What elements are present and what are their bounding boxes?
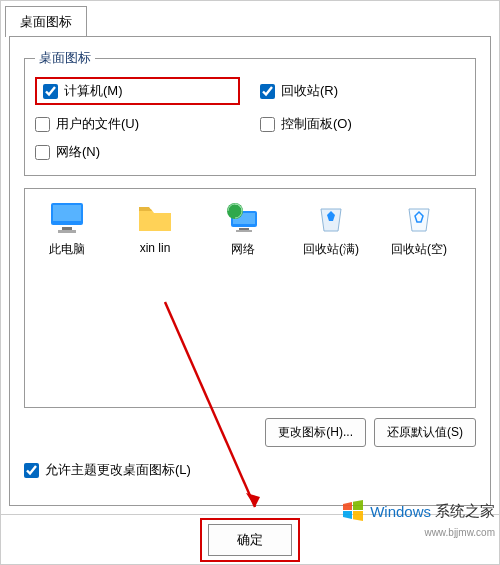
svg-point-8	[227, 203, 243, 219]
windows-logo-icon	[340, 498, 366, 524]
checkbox-network[interactable]	[35, 145, 50, 160]
folder-icon	[137, 201, 173, 235]
checkbox-label-recycle: 回收站(R)	[281, 82, 338, 100]
checkbox-item-computer[interactable]: 计算机(M)	[43, 82, 123, 100]
checkbox-allow-theme[interactable]	[24, 463, 39, 478]
svg-rect-1	[53, 205, 81, 221]
checkbox-label-userfiles: 用户的文件(U)	[56, 115, 139, 133]
tab-row: 桌面图标	[5, 5, 499, 36]
preview-label-recycle-full: 回收站(满)	[303, 241, 359, 258]
checkbox-label-computer: 计算机(M)	[64, 82, 123, 100]
checkbox-label-allow-theme: 允许主题更改桌面图标(L)	[45, 461, 191, 479]
checkbox-recycle[interactable]	[260, 84, 275, 99]
svg-rect-6	[239, 228, 249, 230]
ok-button[interactable]: 确定	[208, 524, 292, 556]
highlight-computer: 计算机(M)	[35, 77, 240, 105]
group-legend: 桌面图标	[35, 49, 95, 67]
globe-monitor-icon	[225, 201, 261, 235]
preview-icon-recycle-full[interactable]: 回收站(满)	[301, 201, 361, 258]
tab-panel: 桌面图标 计算机(M) 回收站(R) 用户的文件(U)	[9, 36, 491, 506]
highlight-ok: 确定	[200, 518, 300, 562]
change-icon-button[interactable]: 更改图标(H)...	[265, 418, 366, 447]
checkbox-controlpanel[interactable]	[260, 117, 275, 132]
svg-rect-3	[58, 230, 76, 233]
preview-label-userfolder: xin lin	[140, 241, 171, 255]
preview-icon-network[interactable]: 网络	[213, 201, 273, 258]
icon-button-row: 更改图标(H)... 还原默认值(S)	[24, 418, 476, 447]
checkbox-label-network: 网络(N)	[56, 143, 100, 161]
recycle-empty-icon	[401, 201, 437, 235]
checkbox-item-controlpanel[interactable]: 控制面板(O)	[260, 115, 465, 133]
watermark-url: www.bjjmw.com	[424, 527, 495, 538]
svg-marker-10	[246, 493, 260, 507]
preview-icon-thispc[interactable]: 此电脑	[37, 201, 97, 258]
checkbox-label-controlpanel: 控制面板(O)	[281, 115, 352, 133]
preview-icon-recycle-empty[interactable]: 回收站(空)	[389, 201, 449, 258]
recycle-full-icon	[313, 201, 349, 235]
watermark-suffix: 系统之家	[435, 502, 495, 521]
svg-rect-7	[236, 230, 252, 232]
watermark: Windows 系统之家 www.bjjmw.com	[340, 498, 495, 524]
checkbox-item-recycle[interactable]: 回收站(R)	[260, 77, 465, 105]
monitor-icon	[49, 201, 85, 235]
checkbox-item-network[interactable]: 网络(N)	[35, 143, 240, 161]
checkbox-grid: 计算机(M) 回收站(R) 用户的文件(U) 控制面板(O)	[35, 77, 465, 161]
tab-desktop-icons[interactable]: 桌面图标	[5, 6, 87, 37]
group-desktop-icons: 桌面图标 计算机(M) 回收站(R) 用户的文件(U)	[24, 49, 476, 176]
restore-default-button[interactable]: 还原默认值(S)	[374, 418, 476, 447]
checkbox-userfiles[interactable]	[35, 117, 50, 132]
preview-icon-userfolder[interactable]: xin lin	[125, 201, 185, 255]
watermark-brand: Windows	[370, 503, 431, 520]
icon-preview-area: 此电脑 xin lin 网络 回收站(满)	[24, 188, 476, 408]
dialog-window: 桌面图标 桌面图标 计算机(M) 回收站(R) 用户的文件(U)	[0, 0, 500, 565]
checkbox-item-allow-theme[interactable]: 允许主题更改桌面图标(L)	[24, 461, 476, 479]
preview-label-thispc: 此电脑	[49, 241, 85, 258]
preview-label-network: 网络	[231, 241, 255, 258]
checkbox-computer[interactable]	[43, 84, 58, 99]
checkbox-item-userfiles[interactable]: 用户的文件(U)	[35, 115, 240, 133]
preview-label-recycle-empty: 回收站(空)	[391, 241, 447, 258]
svg-rect-2	[62, 227, 72, 230]
